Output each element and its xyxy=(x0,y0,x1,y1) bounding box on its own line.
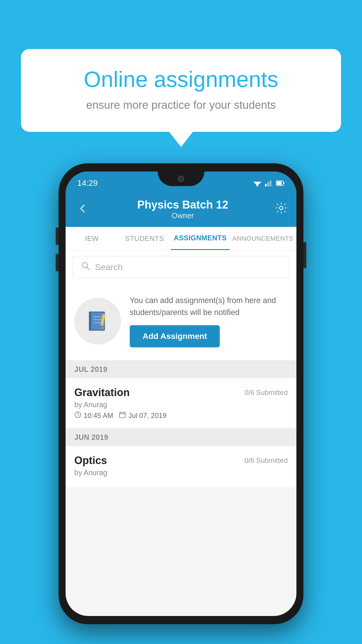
app-bar-subtitle: Owner xyxy=(91,211,275,220)
assignment-submitted-optics: 0/6 Submitted xyxy=(245,456,288,465)
tab-students[interactable]: STUDENTS xyxy=(118,227,171,250)
prompt-description: You can add assignment(s) from here and … xyxy=(130,295,288,318)
svg-rect-22 xyxy=(120,412,125,418)
bubble-subtitle: ensure more practice for your students xyxy=(44,99,318,111)
bubble-title: Online assignments xyxy=(44,66,318,92)
assignment-author-optics: by Anurag xyxy=(74,468,288,477)
notebook-icon xyxy=(85,308,111,334)
app-bar-center: Physics Batch 12 Owner xyxy=(91,199,275,220)
prompt-text-area: You can add assignment(s) from here and … xyxy=(130,295,288,347)
assignment-author: by Anurag xyxy=(74,400,288,409)
add-assignment-prompt: You can add assignment(s) from here and … xyxy=(66,284,296,360)
search-container: Search xyxy=(66,250,296,284)
svg-rect-7 xyxy=(283,182,284,184)
add-assignment-button[interactable]: Add Assignment xyxy=(130,325,220,347)
power-btn xyxy=(303,242,306,268)
assignment-meta: 10:45 AM Jul 07, 2019 xyxy=(74,411,288,420)
settings-button[interactable] xyxy=(275,202,288,217)
search-bar[interactable]: Search xyxy=(73,256,289,278)
app-bar-title: Physics Batch 12 xyxy=(91,199,275,211)
tab-announcements[interactable]: ANNOUNCEMENTS xyxy=(230,227,296,250)
clock-icon xyxy=(74,411,81,420)
assignment-date-value: Jul 07, 2019 xyxy=(128,412,166,420)
section-header-jun: JUN 2019 xyxy=(66,428,296,446)
svg-rect-8 xyxy=(277,181,282,185)
section-header-jul: JUL 2019 xyxy=(66,360,296,378)
svg-point-9 xyxy=(280,206,283,210)
assignment-title-optics: Optics xyxy=(74,454,107,467)
svg-rect-3 xyxy=(265,184,267,186)
svg-rect-5 xyxy=(270,181,271,186)
calendar-icon xyxy=(119,411,126,420)
svg-rect-14 xyxy=(89,312,91,331)
assignment-submitted: 0/6 Submitted xyxy=(245,388,288,397)
volume-up-btn xyxy=(56,228,59,245)
assignment-item-optics[interactable]: Optics 0/6 Submitted by Anurag xyxy=(66,446,296,488)
prompt-icon-circle xyxy=(74,298,121,344)
svg-rect-4 xyxy=(267,182,269,186)
phone-screen: 14:29 xyxy=(66,172,296,616)
wifi-icon xyxy=(253,180,261,186)
assignment-date: Jul 07, 2019 xyxy=(119,411,166,420)
assignment-title: Gravitation xyxy=(74,386,130,399)
back-button[interactable] xyxy=(74,199,91,220)
svg-line-11 xyxy=(87,267,89,270)
assignment-time: 10:45 AM xyxy=(74,411,113,420)
phone-device: 14:29 xyxy=(59,163,303,624)
assignment-item-gravitation[interactable]: Gravitation 0/6 Submitted by Anurag 10:4… xyxy=(66,378,296,428)
phone-notch xyxy=(158,172,204,186)
signal-icon xyxy=(265,180,273,186)
assignment-time-value: 10:45 AM xyxy=(84,412,113,420)
tab-bar: IEW STUDENTS ASSIGNMENTS ANNOUNCEMENTS xyxy=(66,227,296,250)
speech-bubble: Online assignments ensure more practice … xyxy=(21,49,341,132)
volume-down-btn xyxy=(56,254,59,271)
front-camera xyxy=(178,176,184,182)
tab-assignments[interactable]: ASSIGNMENTS xyxy=(171,227,230,250)
search-icon xyxy=(81,261,90,273)
app-bar: Physics Batch 12 Owner xyxy=(66,192,296,227)
status-icons xyxy=(253,180,285,186)
search-placeholder: Search xyxy=(95,262,123,272)
svg-line-20 xyxy=(103,314,103,315)
battery-icon xyxy=(276,180,285,186)
tab-iew[interactable]: IEW xyxy=(66,227,118,250)
